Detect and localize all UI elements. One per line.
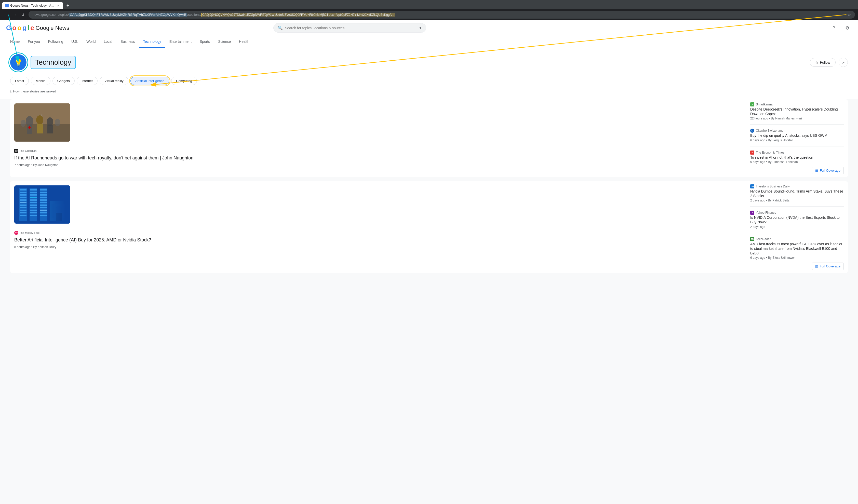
svg-rect-29 [30, 192, 37, 193]
article-time-1: 7 hours ago [14, 163, 30, 167]
side-story-source-2-2: Y Yahoo Finance [750, 211, 844, 215]
svg-point-12 [55, 119, 60, 126]
svg-rect-45 [40, 202, 47, 203]
forward-button[interactable]: → [11, 11, 18, 18]
svg-rect-49 [40, 212, 47, 213]
svg-rect-24 [20, 210, 27, 211]
side-story-title-2-2[interactable]: Is NVIDIA Corporation (NVDA) the Best Es… [750, 215, 844, 224]
full-coverage-button-1[interactable]: ▦ Full Coverage [812, 167, 844, 174]
logo-o2: o [17, 24, 21, 32]
nav-sports[interactable]: Sports [196, 36, 214, 48]
svg-rect-19 [20, 197, 27, 198]
article-meta-2: 8 hours ago • By Keithen Drury [14, 245, 742, 249]
side-story-meta-2-3: 6 days ago • By Efosa Udinmwen [750, 256, 844, 260]
nav-health[interactable]: Health [235, 36, 253, 48]
search-dropdown-icon[interactable]: ▼ [419, 26, 422, 30]
article-headline-2[interactable]: Better Artificial Intelligence (AI) Buy … [14, 237, 742, 243]
google-news-logo[interactable]: Google Google News [6, 24, 69, 32]
side-story-meta-1-3: 5 days ago • By Himanshi Lohchab [750, 160, 844, 164]
nav-local[interactable]: Local [100, 36, 116, 48]
subtab-virtual-reality[interactable]: Virtual reality [100, 77, 128, 85]
follow-button[interactable]: ☆ Follow [810, 58, 836, 67]
svg-rect-41 [40, 192, 47, 193]
svg-rect-22 [20, 205, 27, 206]
svg-rect-20 [20, 199, 27, 201]
logo-o1: o [12, 24, 16, 32]
subtab-computing[interactable]: Computing [171, 77, 197, 85]
nav-home[interactable]: Home [6, 36, 24, 48]
nav-science[interactable]: Science [214, 36, 235, 48]
side-story-meta-2-2: 2 days ago [750, 225, 844, 229]
nav-following[interactable]: Following [44, 36, 67, 48]
guardian-icon: Gdn [14, 149, 18, 153]
article-source-2: MF The Motley Fool [14, 231, 742, 235]
subtab-latest[interactable]: Latest [10, 77, 29, 85]
side-story-1-2: C Citywire Switzerland Buy the dip on qu… [750, 129, 844, 142]
ibd-name: Investor's Business Daily [756, 185, 790, 188]
svg-rect-16 [20, 189, 27, 191]
bookmark-icon[interactable]: ☆ [847, 12, 851, 17]
help-button[interactable]: ? [829, 23, 839, 33]
nav-for-you[interactable]: For you [24, 36, 44, 48]
svg-point-2 [26, 116, 33, 126]
side-story-meta-1-1: 22 hours ago • By Nimish Maheshwari [750, 117, 844, 120]
nav-world[interactable]: World [82, 36, 100, 48]
article-image-2 [14, 185, 70, 224]
tab-title: Google News - Technology - Ar... [10, 4, 54, 7]
subtab-mobile[interactable]: Mobile [31, 77, 50, 85]
search-icon: 🔍 [278, 26, 283, 30]
side-story-title-1-2[interactable]: Buy the dip on quality AI stocks, says U… [750, 133, 844, 138]
address-bar[interactable]: news.google.com/topics/CAAqJggKliBDQkFTR… [29, 11, 855, 19]
subtab-internet[interactable]: Internet [77, 77, 98, 85]
divider-4 [750, 233, 844, 233]
share-button[interactable]: ↗ [839, 58, 848, 67]
active-tab[interactable]: Google News - Technology - Ar... ✕ [2, 2, 63, 9]
article-right-1: S Smartkarma Despite DeepSeek's Innovati… [746, 99, 848, 177]
article-headline-1[interactable]: If the AI Roundheads go to war with tech… [14, 155, 742, 161]
nav-us[interactable]: U.S. [67, 36, 82, 48]
svg-rect-26 [20, 215, 27, 216]
refresh-button[interactable]: ↺ [19, 11, 27, 18]
side-story-title-2-1[interactable]: Nvidia Dumps SoundHound, Trims Arm Stake… [750, 189, 844, 198]
subtab-artificial-intelligence[interactable]: Artificial intelligence [130, 77, 169, 85]
nav-business[interactable]: Business [116, 36, 139, 48]
full-coverage-button-2[interactable]: ▦ Full Coverage [812, 263, 844, 270]
techradar-icon: TR [750, 237, 754, 241]
guardian-name: The Guardian [19, 149, 36, 152]
svg-rect-18 [20, 194, 27, 196]
search-input[interactable] [285, 26, 417, 30]
address-highlight-topic: CAAqJggKliBDQkFTRWdvSUwyMHZNRGRqTVhZU0Ft… [69, 13, 187, 17]
subtab-gadgets[interactable]: Gadgets [52, 77, 75, 85]
new-tab-button[interactable]: + [64, 2, 72, 9]
address-text: news.google.com/topics/CAAqJggKliBDQkFTR… [33, 13, 845, 17]
svg-point-13 [21, 120, 26, 127]
citywire-name: Citywire Switzerland [756, 129, 783, 132]
side-story-2-2: Y Yahoo Finance Is NVIDIA Corporation (N… [750, 211, 844, 228]
article-author-2: By Keithen Drury [33, 245, 56, 249]
side-story-title-1-1[interactable]: Despite DeepSeek's Innovation, Hyperscal… [750, 107, 844, 116]
main-nav: Home For you Following U.S. World Local … [0, 36, 858, 48]
settings-button[interactable]: ⚙ [843, 23, 852, 33]
tab-close-button[interactable]: ✕ [56, 3, 60, 7]
logo-g2: g [22, 24, 27, 32]
search-bar: 🔍 ▼ [273, 23, 426, 33]
back-button[interactable]: ← [3, 11, 10, 18]
full-coverage-label-1: Full Coverage [820, 168, 840, 173]
svg-rect-50 [40, 215, 47, 216]
side-story-title-2-3[interactable]: AMD fast-tracks its most powerful AI GPU… [750, 242, 844, 256]
follow-label: Follow [820, 60, 830, 64]
article-left-1: Gdn The Guardian If the AI Roundheads go… [10, 99, 746, 177]
nav-technology[interactable]: Technology [139, 36, 165, 48]
nav-entertainment[interactable]: Entertainment [165, 36, 196, 48]
svg-rect-34 [30, 205, 37, 206]
svg-rect-46 [40, 205, 47, 206]
tab-bar: Google News - Technology - Ar... ✕ + [0, 0, 858, 9]
address-sections: /sections/ [187, 13, 201, 17]
citywire-icon: C [750, 129, 754, 133]
ranking-note[interactable]: ℹ How these stories are ranked [10, 89, 848, 93]
address-highlight-section: CAQiQ0NCQVNMQw9JTDlwdk1EZGpNWFITQW1WdUdn… [201, 13, 395, 17]
topic-header-area: 💡 Technology ☆ Follow ↗ Latest [0, 48, 858, 99]
side-story-1-3: E The Economic Times To invest in AI or … [750, 150, 844, 164]
search-input-wrap[interactable]: 🔍 ▼ [273, 23, 426, 33]
side-story-title-1-3[interactable]: To invest in AI or not, that's the quest… [750, 155, 844, 160]
